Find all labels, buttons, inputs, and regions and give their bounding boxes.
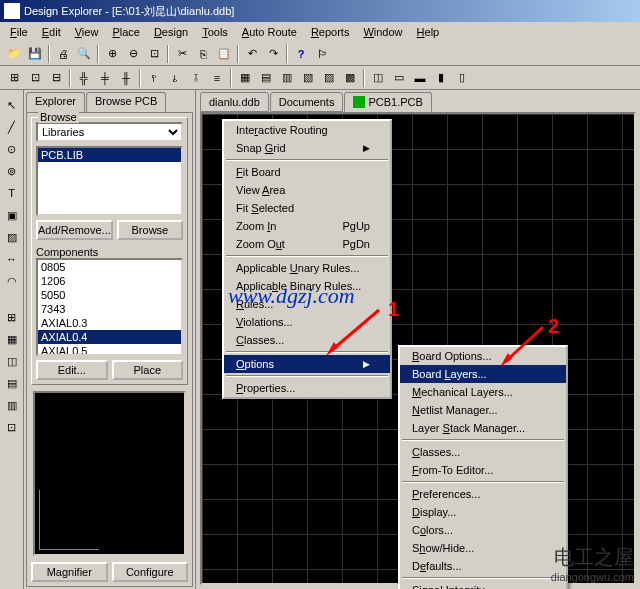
- net-icon[interactable]: ◫: [3, 352, 21, 370]
- arc-icon[interactable]: ◠: [3, 272, 21, 290]
- context-menu-1[interactable]: Interactive RoutingSnap Grid▶Fit BoardVi…: [222, 119, 392, 399]
- tool-icon[interactable]: ▬: [410, 68, 430, 88]
- tab-ddb[interactable]: dianlu.ddb: [200, 92, 269, 112]
- menu-tools[interactable]: Tools: [196, 24, 234, 40]
- menu-item[interactable]: Zoom OutPgDn: [224, 235, 390, 253]
- menu-item[interactable]: View Area: [224, 181, 390, 199]
- tool-icon[interactable]: ◫: [368, 68, 388, 88]
- tool-icon[interactable]: ⫰: [165, 68, 185, 88]
- help-icon[interactable]: ?: [291, 44, 311, 64]
- menu-item[interactable]: From-To Editor...: [400, 461, 566, 479]
- tab-browse-pcb[interactable]: Browse PCB: [86, 92, 166, 112]
- place-button[interactable]: Place: [112, 360, 184, 380]
- layer-icon[interactable]: ▥: [3, 396, 21, 414]
- library-list[interactable]: PCB.LIB: [36, 146, 183, 216]
- browse-combo[interactable]: Libraries: [36, 122, 183, 142]
- configure-button[interactable]: Configure: [112, 562, 189, 582]
- flag-icon[interactable]: 🏳: [312, 44, 332, 64]
- menu-view[interactable]: View: [69, 24, 105, 40]
- place-icon[interactable]: ⊞: [3, 308, 21, 326]
- menu-item[interactable]: Netlist Manager...: [400, 401, 566, 419]
- menu-auto-route[interactable]: Auto Route: [236, 24, 303, 40]
- menu-file[interactable]: File: [4, 24, 34, 40]
- cut-icon[interactable]: ✂: [172, 44, 192, 64]
- menu-item[interactable]: Fit Board: [224, 163, 390, 181]
- misc-icon[interactable]: ⊡: [3, 418, 21, 436]
- dim-icon[interactable]: ↔: [3, 250, 21, 268]
- tool-icon[interactable]: ▮: [431, 68, 451, 88]
- tab-explorer[interactable]: Explorer: [26, 92, 85, 112]
- tool-icon[interactable]: ≡: [207, 68, 227, 88]
- menu-item[interactable]: Display...: [400, 503, 566, 521]
- tool-icon[interactable]: ⫱: [186, 68, 206, 88]
- tool-icon[interactable]: ⊟: [46, 68, 66, 88]
- tool-icon[interactable]: ⊞: [4, 68, 24, 88]
- rule-icon[interactable]: ▤: [3, 374, 21, 392]
- menu-item[interactable]: Signal Integrity...: [400, 581, 566, 589]
- menu-item[interactable]: Properties...: [224, 379, 390, 397]
- tool-icon[interactable]: ▭: [389, 68, 409, 88]
- menu-design[interactable]: Design: [148, 24, 194, 40]
- fit-icon[interactable]: ⊡: [144, 44, 164, 64]
- menu-item[interactable]: Zoom InPgUp: [224, 217, 390, 235]
- menu-item[interactable]: Applicable Unary Rules...: [224, 259, 390, 277]
- comp-icon[interactable]: ▦: [3, 330, 21, 348]
- menu-item[interactable]: Classes...: [224, 331, 390, 349]
- tool-icon[interactable]: ⫯: [144, 68, 164, 88]
- menu-item[interactable]: Classes...: [400, 443, 566, 461]
- menu-help[interactable]: Help: [411, 24, 446, 40]
- list-item[interactable]: PCB.LIB: [38, 148, 181, 162]
- list-item[interactable]: 5050: [38, 288, 181, 302]
- menu-edit[interactable]: Edit: [36, 24, 67, 40]
- list-item[interactable]: 0805: [38, 260, 181, 274]
- line-icon[interactable]: ╱: [3, 118, 21, 136]
- context-menu-2[interactable]: Board Options...Board Layers...Mechanica…: [398, 345, 568, 589]
- tool-icon[interactable]: ▯: [452, 68, 472, 88]
- menu-item[interactable]: Preferences...: [400, 485, 566, 503]
- menu-bar[interactable]: FileEditViewPlaceDesignToolsAuto RouteRe…: [0, 22, 640, 42]
- menu-reports[interactable]: Reports: [305, 24, 356, 40]
- components-list[interactable]: 0805120650507343AXIAL0.3AXIAL0.4AXIAL0.5…: [36, 258, 183, 356]
- list-item[interactable]: AXIAL0.4: [38, 330, 181, 344]
- save-icon[interactable]: 💾: [25, 44, 45, 64]
- print-icon[interactable]: 🖨: [53, 44, 73, 64]
- menu-item[interactable]: Fit Selected: [224, 199, 390, 217]
- menu-item[interactable]: Options▶: [224, 355, 390, 373]
- list-item[interactable]: 7343: [38, 302, 181, 316]
- paste-icon[interactable]: 📋: [214, 44, 234, 64]
- tool-icon[interactable]: ╪: [95, 68, 115, 88]
- add-remove-button[interactable]: Add/Remove...: [36, 220, 113, 240]
- menu-item[interactable]: Interactive Routing: [224, 121, 390, 139]
- menu-item[interactable]: Mechanical Layers...: [400, 383, 566, 401]
- tab-pcb1[interactable]: PCB1.PCB: [344, 92, 431, 112]
- open-icon[interactable]: 📁: [4, 44, 24, 64]
- menu-item[interactable]: Board Options...: [400, 347, 566, 365]
- text-icon[interactable]: T: [3, 184, 21, 202]
- browse-button[interactable]: Browse: [117, 220, 183, 240]
- menu-item[interactable]: Snap Grid▶: [224, 139, 390, 157]
- menu-item[interactable]: Rules...: [224, 295, 390, 313]
- menu-item[interactable]: Applicable Binary Rules...: [224, 277, 390, 295]
- tool-icon[interactable]: ▧: [298, 68, 318, 88]
- menu-item[interactable]: Show/Hide...: [400, 539, 566, 557]
- menu-item[interactable]: Layer Stack Manager...: [400, 419, 566, 437]
- menu-item[interactable]: Board Layers...: [400, 365, 566, 383]
- tool-icon[interactable]: ▩: [340, 68, 360, 88]
- redo-icon[interactable]: ↷: [263, 44, 283, 64]
- preview-icon[interactable]: 🔍: [74, 44, 94, 64]
- list-item[interactable]: AXIAL0.3: [38, 316, 181, 330]
- tool-icon[interactable]: ▥: [277, 68, 297, 88]
- magnifier-button[interactable]: Magnifier: [31, 562, 108, 582]
- tab-documents[interactable]: Documents: [270, 92, 344, 112]
- menu-window[interactable]: Window: [357, 24, 408, 40]
- via-icon[interactable]: ⊚: [3, 162, 21, 180]
- tool-icon[interactable]: ⊡: [25, 68, 45, 88]
- poly-icon[interactable]: ▨: [3, 228, 21, 246]
- list-item[interactable]: AXIAL0.5: [38, 344, 181, 356]
- tool-icon[interactable]: ▦: [235, 68, 255, 88]
- cursor-icon[interactable]: ↖: [3, 96, 21, 114]
- menu-place[interactable]: Place: [106, 24, 146, 40]
- edit-button[interactable]: Edit...: [36, 360, 108, 380]
- menu-item[interactable]: Defaults...: [400, 557, 566, 575]
- menu-item[interactable]: Colors...: [400, 521, 566, 539]
